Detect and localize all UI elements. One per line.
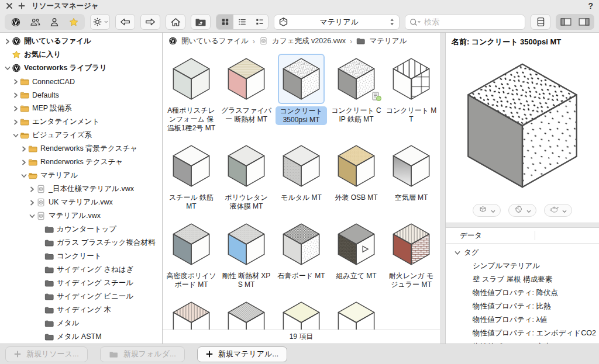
material-thumbnail[interactable] (278, 54, 325, 104)
sidebar-item[interactable]: ビジュアライズ系 (0, 129, 162, 142)
chevron-right-icon[interactable] (4, 39, 12, 44)
tag-item[interactable]: 物性値プロパティ: λ値 (446, 313, 599, 327)
home-button[interactable] (166, 14, 185, 30)
sidebar-item[interactable]: マテリアル (0, 169, 162, 182)
material-thumbnail[interactable] (168, 297, 215, 330)
settings-button[interactable] (90, 14, 110, 30)
material-item[interactable]: 剛性 断熱材 XPS MT (219, 216, 274, 289)
vectorworks-logo-icon[interactable] (11, 18, 21, 27)
material-thumbnail[interactable] (278, 219, 325, 269)
material-item[interactable]: グラスファイバー 断熱材 MT (219, 50, 274, 133)
chevron-down-icon[interactable] (20, 174, 28, 178)
material-thumbnail[interactable] (388, 141, 435, 191)
sidebar-item[interactable]: サイディング スチール (0, 276, 162, 290)
material-thumbnail[interactable] (388, 54, 435, 104)
preview-box-button[interactable] (473, 204, 501, 217)
up-folder-button[interactable] (191, 14, 211, 30)
material-thumbnail[interactable] (168, 54, 215, 104)
material-thumbnail[interactable] (223, 297, 270, 330)
material-thumbnail[interactable] (223, 219, 270, 269)
sidebar-item[interactable]: マテリアル.vwx (0, 209, 162, 223)
material-item[interactable]: コンクリート CIP 鉄筋 MT (329, 50, 384, 133)
material-thumbnail[interactable] (223, 141, 270, 191)
sidebar-item[interactable]: サイディング さねはぎ (0, 263, 162, 276)
sidebar-item[interactable]: 開いているファイル (0, 34, 162, 48)
forward-button[interactable] (140, 14, 160, 30)
material-thumbnail[interactable] (333, 54, 380, 104)
sidebar-item[interactable]: UK マテリアル.vwx (0, 196, 162, 209)
sidebar-item[interactable]: Renderworks テクスチャ (0, 155, 162, 169)
sidebar-item[interactable]: メタル (0, 317, 162, 330)
material-item[interactable] (329, 294, 384, 330)
tags-group-row[interactable]: タグ (446, 246, 599, 259)
tag-item[interactable]: 物性値プロパティ: 降伏点 (446, 286, 599, 300)
chevron-right-icon[interactable] (28, 186, 36, 192)
material-item[interactable]: A種ポリスチレンフォーム 保温板1種2号 MT (164, 50, 219, 133)
material-item[interactable]: モルタル MT (274, 137, 329, 211)
sidebar-item[interactable]: サイディング ビニール (0, 290, 162, 303)
sidebar-item[interactable]: メタル ASTM (0, 330, 162, 344)
chevron-right-icon[interactable] (20, 160, 28, 165)
chevron-down-icon[interactable] (12, 133, 20, 138)
chevron-right-icon[interactable] (20, 146, 28, 152)
panel-splitter[interactable] (440, 33, 446, 344)
material-item[interactable]: 空気層 MT (384, 137, 439, 211)
material-item[interactable]: 石膏ボード MT (274, 216, 329, 289)
chevron-right-icon[interactable] (12, 106, 20, 112)
material-item[interactable]: コンクリート MT (384, 50, 439, 133)
material-thumbnail[interactable] (168, 219, 215, 269)
chevron-right-icon[interactable] (12, 79, 20, 85)
material-thumbnail[interactable] (333, 141, 380, 191)
material-item[interactable]: コンクリート 3500psi MT (274, 50, 329, 133)
preview-pane-button[interactable] (531, 14, 550, 30)
chevron-right-icon[interactable] (12, 92, 20, 98)
chevron-right-icon[interactable] (28, 200, 36, 206)
breadcrumb-item[interactable]: カフェ完成 v2026.vwx (272, 36, 346, 46)
material-item[interactable]: 組み立て MT (329, 216, 384, 289)
chevron-down-icon[interactable] (28, 214, 36, 219)
close-icon[interactable] (6, 2, 13, 9)
material-thumbnail[interactable] (333, 297, 380, 330)
sidebar-item[interactable]: ConnectCAD (0, 75, 162, 88)
sidebar-item[interactable]: MEP 設備系 (0, 102, 162, 115)
material-thumbnail[interactable] (278, 297, 325, 330)
material-thumbnail[interactable] (333, 219, 380, 269)
new-material-button[interactable]: 新規マテリアル... (197, 346, 287, 362)
material-thumbnail[interactable] (278, 141, 325, 191)
sidebar-item[interactable]: お気に入り (0, 48, 162, 61)
material-item[interactable] (274, 294, 329, 330)
chevron-right-icon[interactable] (12, 119, 20, 125)
sidebar-item[interactable]: Vectorworks ライブラリ (0, 61, 162, 75)
material-item[interactable]: ポリウレタン 液体膜 MT (219, 137, 274, 211)
back-button[interactable] (115, 14, 135, 30)
sidebar-item[interactable]: エンタテインメント (0, 115, 162, 129)
material-thumbnail[interactable] (388, 219, 435, 269)
detail-view-button[interactable] (251, 15, 268, 29)
material-thumbnail[interactable] (223, 54, 270, 104)
search-input[interactable] (424, 18, 521, 26)
right-panel-toggle[interactable] (575, 15, 593, 29)
material-item[interactable]: 高密度ポリイソ ボード MT (164, 216, 219, 289)
tag-item[interactable]: 物性値プロパティ: エンボディドCO2 (446, 327, 599, 340)
preview-teapot-button[interactable] (544, 204, 572, 217)
material-item[interactable] (219, 294, 274, 330)
sidebar-item[interactable]: Defaults (0, 88, 162, 102)
favorites-icon[interactable] (68, 18, 79, 27)
chevron-down-icon[interactable] (4, 66, 12, 71)
help-button[interactable]: ? (588, 1, 593, 11)
tag-item[interactable]: 壁 スラブ 屋根 構成要素 (446, 273, 599, 286)
material-item[interactable] (164, 294, 219, 330)
tag-item[interactable]: 物性値プロパティ: 比熱 (446, 300, 599, 313)
user-libraries-icon[interactable] (49, 18, 60, 27)
sidebar-item[interactable]: コンクリート (0, 249, 162, 263)
sidebar-item[interactable]: サイディング 木 (0, 303, 162, 317)
preview-stone-button[interactable] (508, 204, 536, 217)
left-panel-toggle[interactable] (557, 15, 575, 29)
sidebar-item[interactable]: カウンタートップ (0, 223, 162, 236)
sidebar-item[interactable]: Renderworks 背景テクスチャ (0, 142, 162, 155)
resource-type-dropdown[interactable]: マテリアル (274, 15, 400, 30)
grid-view-button[interactable] (216, 15, 233, 29)
data-tab-header[interactable]: データ (446, 228, 599, 244)
list-view-button[interactable] (233, 15, 250, 29)
material-item[interactable]: スチール 鉄筋 MT (164, 137, 219, 211)
